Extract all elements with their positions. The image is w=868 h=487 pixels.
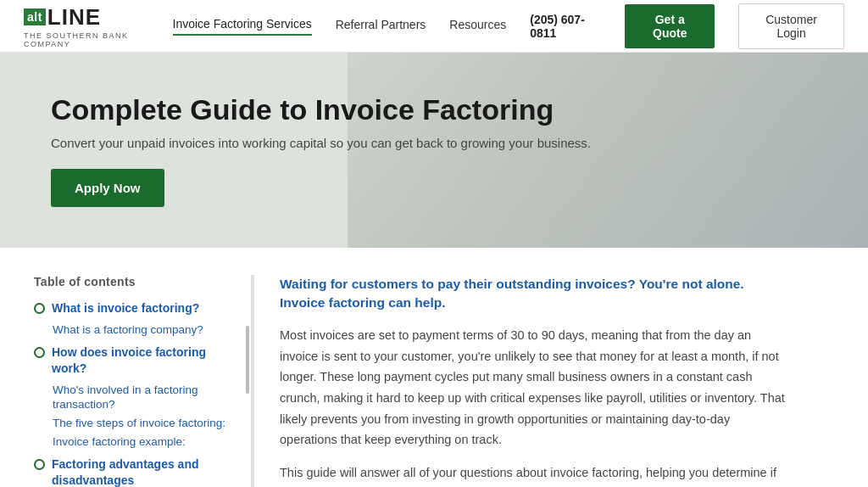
get-quote-button[interactable]: Get a Quote	[625, 4, 715, 48]
customer-login-button[interactable]: Customer Login	[738, 3, 844, 49]
toc-section-1: What is invoice factoring? What is a fac…	[34, 300, 237, 336]
hero-section: Complete Guide to Invoice Factoring Conv…	[0, 53, 868, 248]
nav-invoice-factoring[interactable]: Invoice Factoring Services	[173, 17, 312, 36]
nav-phone: (205) 607-0811	[530, 13, 601, 40]
logo-alt-text: alt	[24, 8, 46, 25]
apply-now-button[interactable]: Apply Now	[51, 169, 164, 207]
article-body-1: Most invoices are set to payment terms o…	[280, 325, 788, 451]
toc-link-factoring-company[interactable]: What is a factoring company?	[53, 323, 203, 336]
logo-line-text: LINE	[47, 4, 101, 31]
toc-link-example[interactable]: Invoice factoring example:	[53, 435, 186, 448]
nav-links: Invoice Factoring Services Referral Part…	[173, 3, 844, 49]
article-intro: Waiting for customers to pay their outst…	[280, 275, 788, 313]
toc-bullet-3	[34, 459, 45, 470]
toc-link-what-is-factoring[interactable]: What is invoice factoring?	[52, 300, 199, 316]
hero-title: Complete Guide to Invoice Factoring	[51, 93, 591, 126]
toc-link-how-does-factoring-work[interactable]: How does invoice factoring work?	[52, 344, 237, 377]
toc-bullet-1	[34, 303, 45, 314]
toc-link-advantages-disadvantages[interactable]: Factoring advantages and disadvantages	[52, 456, 237, 487]
hero-content: Complete Guide to Invoice Factoring Conv…	[0, 93, 642, 206]
toc-section-3: Factoring advantages and disadvantages P…	[34, 456, 237, 487]
nav-resources[interactable]: Resources	[449, 18, 506, 35]
sidebar-scrollbar[interactable]	[246, 326, 249, 394]
navbar: alt LINE THE SOUTHERN BANK COMPANY Invoi…	[0, 0, 868, 53]
article-body-2: This guide will answer all of your quest…	[280, 462, 788, 487]
toc-title: Table of contents	[34, 275, 237, 288]
nav-referral-partners[interactable]: Referral Partners	[336, 18, 426, 35]
main-content: Table of contents What is invoice factor…	[0, 248, 868, 487]
toc-section-2: How does invoice factoring work? Who's i…	[34, 344, 237, 448]
hero-subtitle: Convert your unpaid invoices into workin…	[51, 136, 591, 150]
table-of-contents: Table of contents What is invoice factor…	[0, 275, 254, 487]
logo-sub-text: THE SOUTHERN BANK COMPANY	[24, 31, 173, 48]
toc-link-whos-involved[interactable]: Who's involved in a factoring transactio…	[53, 383, 198, 411]
toc-bullet-2	[34, 347, 45, 358]
toc-link-five-steps[interactable]: The five steps of invoice factoring:	[53, 417, 225, 429]
article: Waiting for customers to pay their outst…	[254, 275, 831, 487]
logo: alt LINE THE SOUTHERN BANK COMPANY	[24, 4, 173, 48]
